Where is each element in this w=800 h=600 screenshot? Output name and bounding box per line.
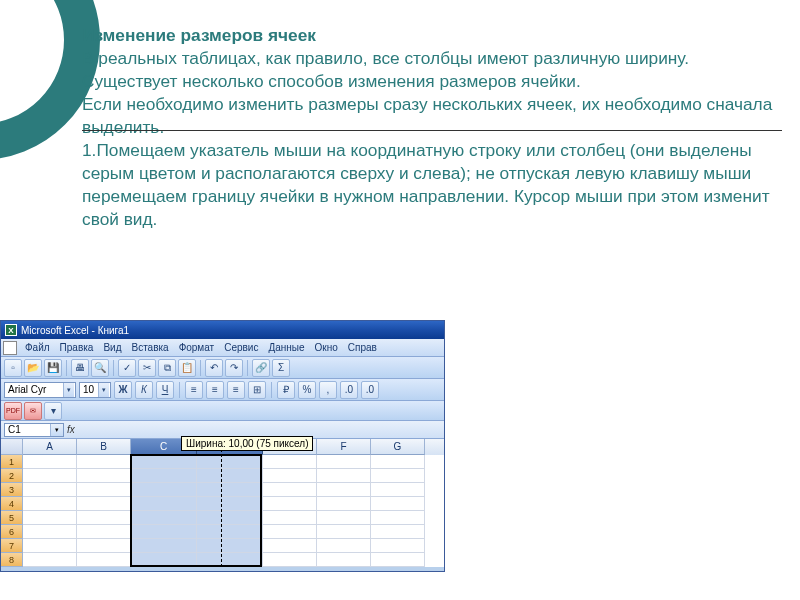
align-right-icon[interactable]: ≡	[227, 381, 245, 399]
cell[interactable]	[263, 483, 317, 497]
cell[interactable]	[371, 483, 425, 497]
redo-icon[interactable]: ↷	[225, 359, 243, 377]
cell[interactable]	[77, 525, 131, 539]
cell[interactable]	[23, 469, 77, 483]
cell[interactable]	[317, 553, 371, 567]
pdf-icon[interactable]: PDF	[4, 402, 22, 420]
excel-standard-toolbar[interactable]: ▫ 📂 💾 🖶 🔍 ✓ ✂ ⧉ 📋 ↶ ↷ 🔗 Σ	[1, 357, 444, 379]
cell[interactable]	[131, 539, 197, 553]
sum-icon[interactable]: Σ	[272, 359, 290, 377]
menu-help[interactable]: Справ	[344, 341, 381, 354]
cell[interactable]	[197, 553, 263, 567]
fontsize-combo[interactable]: 10	[79, 382, 111, 398]
cell[interactable]	[23, 455, 77, 469]
cell[interactable]	[317, 525, 371, 539]
menu-view[interactable]: Вид	[99, 341, 125, 354]
copy-icon[interactable]: ⧉	[158, 359, 176, 377]
cell[interactable]	[317, 469, 371, 483]
cell[interactable]	[317, 539, 371, 553]
pdf-mail-icon[interactable]: ✉	[24, 402, 42, 420]
currency-icon[interactable]: ₽	[277, 381, 295, 399]
decimal-inc-icon[interactable]: .0	[340, 381, 358, 399]
merge-icon[interactable]: ⊞	[248, 381, 266, 399]
row-header-8[interactable]: 8	[1, 553, 23, 567]
row-header-4[interactable]: 4	[1, 497, 23, 511]
excel-grid[interactable]: ABCDEFG 12345678	[1, 439, 444, 567]
cell[interactable]	[197, 469, 263, 483]
cell[interactable]	[371, 525, 425, 539]
cell[interactable]	[197, 525, 263, 539]
cell[interactable]	[131, 497, 197, 511]
dropdown-icon[interactable]: ▾	[44, 402, 62, 420]
cell[interactable]	[371, 553, 425, 567]
col-header-A[interactable]: A	[23, 439, 77, 455]
preview-icon[interactable]: 🔍	[91, 359, 109, 377]
cell[interactable]	[263, 455, 317, 469]
menu-edit[interactable]: Правка	[56, 341, 98, 354]
menu-format[interactable]: Формат	[175, 341, 219, 354]
cell[interactable]	[197, 511, 263, 525]
link-icon[interactable]: 🔗	[252, 359, 270, 377]
col-header-G[interactable]: G	[371, 439, 425, 455]
cell[interactable]	[197, 539, 263, 553]
cell[interactable]	[371, 497, 425, 511]
font-combo[interactable]: Arial Cyr	[4, 382, 76, 398]
menu-data[interactable]: Данные	[264, 341, 308, 354]
cell[interactable]	[197, 497, 263, 511]
italic-icon[interactable]: К	[135, 381, 153, 399]
cell[interactable]	[317, 483, 371, 497]
cell[interactable]	[131, 553, 197, 567]
cell[interactable]	[263, 553, 317, 567]
excel-format-toolbar[interactable]: Arial Cyr 10 Ж К Ч ≡ ≡ ≡ ⊞ ₽ % , .0 .0	[1, 379, 444, 401]
underline-icon[interactable]: Ч	[156, 381, 174, 399]
row-header-1[interactable]: 1	[1, 455, 23, 469]
cell[interactable]	[263, 525, 317, 539]
cell[interactable]	[317, 497, 371, 511]
undo-icon[interactable]: ↶	[205, 359, 223, 377]
cell[interactable]	[317, 455, 371, 469]
col-header-B[interactable]: B	[77, 439, 131, 455]
cell[interactable]	[77, 497, 131, 511]
cell[interactable]	[77, 553, 131, 567]
cell[interactable]	[197, 455, 263, 469]
cell[interactable]	[263, 539, 317, 553]
align-center-icon[interactable]: ≡	[206, 381, 224, 399]
percent-icon[interactable]: %	[298, 381, 316, 399]
cell[interactable]	[131, 483, 197, 497]
row-header-7[interactable]: 7	[1, 539, 23, 553]
cell[interactable]	[77, 455, 131, 469]
cell[interactable]	[263, 497, 317, 511]
row-header-3[interactable]: 3	[1, 483, 23, 497]
name-box[interactable]: C1	[4, 423, 64, 437]
new-icon[interactable]: ▫	[4, 359, 22, 377]
col-header-F[interactable]: F	[317, 439, 371, 455]
print-icon[interactable]: 🖶	[71, 359, 89, 377]
paste-icon[interactable]: 📋	[178, 359, 196, 377]
cell[interactable]	[263, 511, 317, 525]
spellcheck-icon[interactable]: ✓	[118, 359, 136, 377]
menu-insert[interactable]: Вставка	[127, 341, 172, 354]
cell[interactable]	[77, 539, 131, 553]
cell[interactable]	[77, 469, 131, 483]
menu-tools[interactable]: Сервис	[220, 341, 262, 354]
cell[interactable]	[131, 525, 197, 539]
menu-window[interactable]: Окно	[311, 341, 342, 354]
cell[interactable]	[23, 539, 77, 553]
cell[interactable]	[23, 483, 77, 497]
select-all-corner[interactable]	[1, 439, 23, 455]
cell[interactable]	[317, 511, 371, 525]
cell[interactable]	[131, 455, 197, 469]
cut-icon[interactable]: ✂	[138, 359, 156, 377]
excel-menubar[interactable]: Файл Правка Вид Вставка Формат Сервис Да…	[1, 339, 444, 357]
cell[interactable]	[263, 469, 317, 483]
save-icon[interactable]: 💾	[44, 359, 62, 377]
row-header-2[interactable]: 2	[1, 469, 23, 483]
cell[interactable]	[23, 553, 77, 567]
cell[interactable]	[131, 511, 197, 525]
row-header-5[interactable]: 5	[1, 511, 23, 525]
cell[interactable]	[23, 511, 77, 525]
comma-icon[interactable]: ,	[319, 381, 337, 399]
cell[interactable]	[77, 483, 131, 497]
row-header-6[interactable]: 6	[1, 525, 23, 539]
cell[interactable]	[23, 497, 77, 511]
